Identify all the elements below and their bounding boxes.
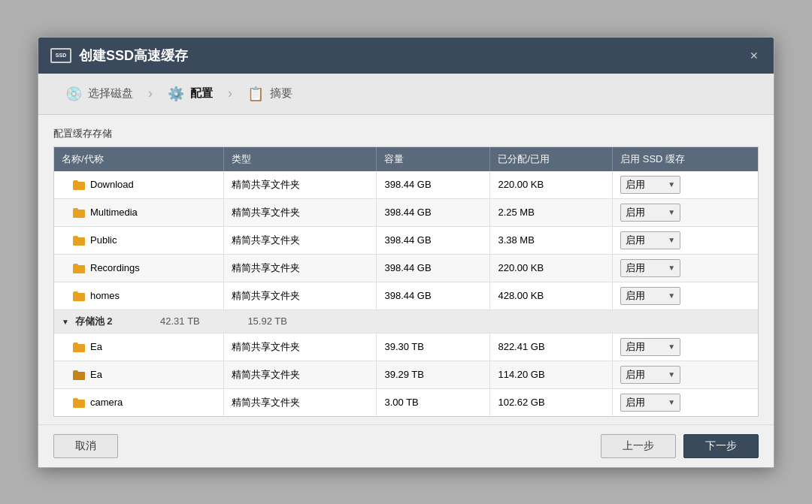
dialog-title: 创建SSD高速缓存 [79, 47, 739, 65]
footer-right: 上一步 下一步 [601, 434, 759, 458]
prev-button[interactable]: 上一步 [601, 434, 676, 458]
next-button[interactable]: 下一步 [683, 434, 759, 458]
cell-name: homes [54, 282, 224, 309]
cell-used: 220.00 KB [490, 171, 613, 199]
table-row: camera 精简共享文件夹 3.00 TB 102.62 GB 启用▼ [54, 388, 758, 416]
step-select-disk-label: 选择磁盘 [88, 86, 133, 101]
ssd-dropdown[interactable]: 启用▼ [620, 394, 680, 412]
step-sep-2: › [225, 86, 235, 101]
cell-ssd[interactable]: 启用▼ [613, 361, 758, 388]
ssd-value: 启用 [626, 340, 645, 354]
folder-icon [72, 370, 86, 380]
cell-ssd[interactable]: 启用▼ [613, 171, 758, 199]
step-select-disk[interactable]: 💿 选择磁盘 [53, 81, 145, 107]
disk-icon: 💿 [65, 86, 82, 102]
dropdown-arrow-icon: ▼ [668, 398, 675, 406]
ssd-dropdown[interactable]: 启用▼ [620, 176, 680, 194]
ssd-value: 启用 [626, 206, 645, 219]
create-ssd-cache-dialog: SSD 创建SSD高速缓存 ✕ 💿 选择磁盘 › ⚙️ 配置 › 📋 摘要 配置… [38, 37, 774, 468]
dropdown-arrow-icon: ▼ [668, 291, 675, 300]
ssd-dropdown[interactable]: 启用▼ [620, 204, 680, 222]
cell-name: Download [54, 171, 224, 199]
cell-capacity: 398.44 GB [377, 198, 490, 226]
ssd-dropdown[interactable]: 启用▼ [620, 231, 680, 249]
dropdown-arrow-icon: ▼ [668, 208, 675, 216]
cell-name: Multimedia [54, 198, 224, 226]
ssd-value: 启用 [626, 396, 645, 409]
ssd-dropdown[interactable]: 启用▼ [620, 287, 680, 305]
item-name: Recordings [90, 262, 140, 273]
cell-type: 精简共享文件夹 [224, 198, 377, 226]
step-configure-label: 配置 [190, 86, 213, 101]
cell-type: 精简共享文件夹 [224, 388, 377, 416]
cell-ssd[interactable]: 启用▼ [613, 416, 758, 417]
ssd-header-icon: SSD [50, 48, 71, 63]
cell-used: 2.25 MB [490, 198, 613, 226]
cell-capacity: 398.44 GB [377, 282, 490, 309]
cell-name: Ea [54, 333, 224, 361]
cell-used: 3.32 TB [490, 416, 613, 417]
item-name: Multimedia [90, 207, 138, 218]
table-row: Public 精简共享文件夹 398.44 GB 3.38 MB 启用▼ [54, 226, 758, 254]
step-summary-label: 摘要 [270, 86, 292, 101]
table-row: Recordings 精简共享文件夹 398.44 GB 220.00 KB 启… [54, 254, 758, 282]
table-row: dapian 精简共享文件夹 39.27 TB 3.32 TB 启用▼ [54, 416, 758, 417]
cell-name: dapian [54, 416, 224, 417]
cancel-button[interactable]: 取消 [53, 434, 118, 458]
cell-ssd[interactable]: 启用▼ [613, 388, 758, 416]
cell-used: 114.20 GB [490, 361, 613, 388]
folder-icon [72, 207, 86, 218]
cell-ssd[interactable]: 启用▼ [613, 333, 758, 361]
dropdown-arrow-icon: ▼ [668, 370, 675, 379]
cell-used: 822.41 GB [490, 333, 613, 361]
col-used: 已分配/已用 [490, 147, 613, 171]
item-name: Ea [90, 369, 102, 380]
folder-icon [72, 180, 86, 190]
ssd-value: 启用 [626, 289, 645, 303]
ssd-dropdown[interactable]: 启用▼ [620, 259, 680, 277]
cell-capacity: 39.30 TB [377, 333, 490, 361]
table-header: 名称/代称 类型 容量 已分配/已用 启用 SSD 缓存 [54, 147, 758, 171]
dialog-footer: 取消 上一步 下一步 [38, 424, 774, 467]
group-used: 15.92 TB [247, 315, 287, 327]
table-row: Multimedia 精简共享文件夹 398.44 GB 2.25 MB 启用▼ [54, 198, 758, 226]
item-name: Ea [90, 341, 102, 352]
table-row: homes 精简共享文件夹 398.44 GB 428.00 KB 启用▼ [54, 282, 758, 309]
cell-ssd[interactable]: 启用▼ [613, 282, 758, 309]
dropdown-arrow-icon: ▼ [668, 180, 675, 189]
cell-capacity: 39.29 TB [377, 361, 490, 388]
dropdown-arrow-icon: ▼ [668, 343, 675, 351]
col-ssd: 启用 SSD 缓存 [613, 147, 758, 171]
cell-ssd[interactable]: 启用▼ [613, 226, 758, 254]
summary-icon: 📋 [247, 86, 264, 102]
item-name: camera [90, 397, 123, 408]
step-sep-1: › [145, 86, 156, 101]
table-body: Download 精简共享文件夹 398.44 GB 220.00 KB 启用▼… [54, 171, 758, 417]
folder-icon [72, 397, 86, 408]
cell-ssd[interactable]: 启用▼ [613, 198, 758, 226]
section-title: 配置缓存存储 [53, 127, 759, 140]
close-button[interactable]: ✕ [747, 48, 762, 63]
folder-icon [72, 235, 86, 246]
storage-table: 名称/代称 类型 容量 已分配/已用 启用 SSD 缓存 D [54, 147, 758, 417]
cell-capacity: 39.27 TB [377, 416, 490, 417]
item-name: homes [90, 290, 120, 301]
ssd-value: 启用 [626, 178, 645, 192]
cell-type: 精简共享文件夹 [224, 254, 377, 282]
storage-table-wrapper[interactable]: 名称/代称 类型 容量 已分配/已用 启用 SSD 缓存 D [53, 146, 759, 417]
ssd-value: 启用 [626, 261, 645, 275]
cell-type: 精简共享文件夹 [224, 226, 377, 254]
cell-ssd[interactable]: 启用▼ [613, 254, 758, 282]
item-name: Download [90, 179, 134, 190]
step-summary[interactable]: 📋 摘要 [235, 81, 304, 107]
cell-type: 精简共享文件夹 [224, 416, 377, 417]
ssd-dropdown[interactable]: 启用▼ [620, 366, 680, 384]
cell-capacity: 398.44 GB [377, 226, 490, 254]
ssd-dropdown[interactable]: 启用▼ [620, 338, 680, 356]
cell-name: Recordings [54, 254, 224, 282]
dropdown-arrow-icon: ▼ [668, 264, 675, 272]
step-configure[interactable]: ⚙️ 配置 [156, 81, 225, 107]
folder-icon [72, 263, 86, 273]
steps-bar: 💿 选择磁盘 › ⚙️ 配置 › 📋 摘要 [38, 74, 774, 115]
chevron-icon: ▼ [62, 318, 69, 326]
